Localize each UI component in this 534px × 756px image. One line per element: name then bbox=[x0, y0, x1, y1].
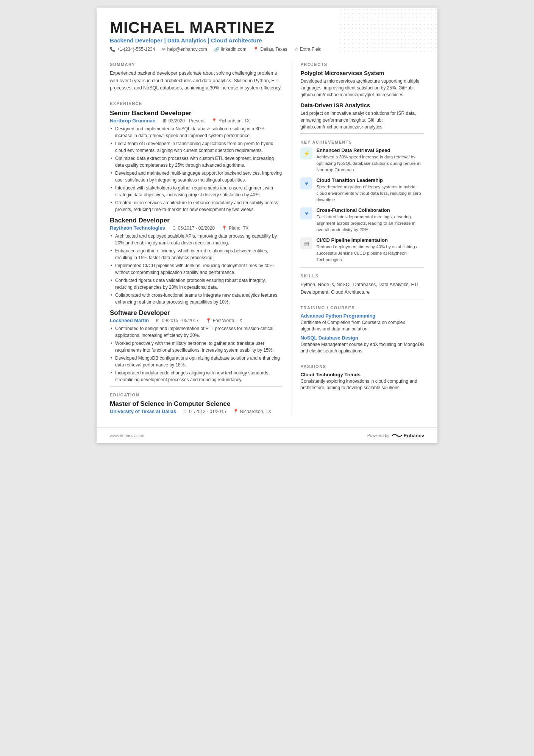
contact-linkedin: 🔗 linkedin.com bbox=[214, 47, 247, 52]
job-2-company: Raytheon Technologies bbox=[110, 225, 165, 231]
edu-1-date: 🗓 01/2013 - 01/2015 bbox=[183, 409, 226, 414]
passions-section-label: PASSIONS bbox=[300, 364, 424, 369]
linkedin-icon: 🔗 bbox=[214, 47, 220, 52]
job-1-company: Northrop Grumman bbox=[110, 118, 156, 124]
achievement-4-icon: ▤ bbox=[300, 237, 312, 249]
achievement-4: ▤ CI/CD Pipeline Implementation Reduced … bbox=[300, 237, 424, 263]
project-1-desc: Developed a microservices architecture s… bbox=[300, 78, 424, 98]
footer-brand-text: Enhancv bbox=[404, 433, 424, 438]
bullet-item: Contributed to design and implementation… bbox=[110, 325, 282, 339]
summary-text: Experienced backend developer passionate… bbox=[110, 70, 282, 92]
footer-brand: Powered by Enhancv bbox=[367, 432, 424, 438]
training-1-desc: Certificate of Completion from Coursera … bbox=[300, 319, 424, 333]
bullet-item: Developed and maintained multi-language … bbox=[110, 170, 282, 183]
pin-icon: 📍 bbox=[211, 118, 217, 124]
job-3-company: Lockheed Martin bbox=[110, 318, 149, 323]
bullet-item: Optimized data extraction processes with… bbox=[110, 155, 282, 169]
job-3-title: Software Developer bbox=[110, 309, 282, 317]
job-3-meta: Lockheed Martin 🗓 09/2015 - 05/2017 📍 Fo… bbox=[110, 318, 282, 323]
projects-section-label: PROJECTS bbox=[300, 62, 424, 67]
calendar-icon: 🗓 bbox=[156, 318, 160, 323]
achievement-3-desc: Facilitated inter-departmental meetings,… bbox=[316, 214, 424, 233]
pin-icon: 📍 bbox=[233, 409, 239, 414]
bullet-item: Created micro-services architecture to e… bbox=[110, 199, 282, 213]
project-2: Data-Driven ISR Analytics Led project on… bbox=[300, 102, 424, 130]
skills-text: Python, Node.js, NoSQL Databases, Data A… bbox=[300, 281, 424, 296]
bullet-item: Interfaced with stakeholders to gather r… bbox=[110, 185, 282, 198]
bullet-item: Led a team of 5 developers in transition… bbox=[110, 140, 282, 154]
edu-1-institution: University of Texas at Dallas bbox=[110, 409, 176, 414]
job-2-location: 📍 Plano, TX bbox=[222, 225, 248, 231]
achievement-4-content: CI/CD Pipeline Implementation Reduced de… bbox=[316, 237, 424, 263]
email-icon: ✉ bbox=[162, 47, 166, 52]
location-icon: 📍 bbox=[253, 47, 259, 52]
achievement-1-icon: ⚡ bbox=[300, 147, 312, 160]
bullet-item: Architected and deployed scalable APIs, … bbox=[110, 233, 282, 246]
right-column: PROJECTS Polyglot Microservices System D… bbox=[292, 62, 424, 416]
achievements-section-label: KEY ACHIEVEMENTS bbox=[300, 140, 424, 144]
project-1: Polyglot Microservices System Developed … bbox=[300, 70, 424, 98]
skills-section-label: SKILLS bbox=[300, 274, 424, 278]
calendar-icon: 🗓 bbox=[172, 225, 176, 231]
job-1-bullets: Designed and implemented a NoSQL databas… bbox=[110, 125, 282, 213]
training-section-label: TRAINING / COURSES bbox=[300, 305, 424, 310]
job-2-bullets: Architected and deployed scalable APIs, … bbox=[110, 233, 282, 305]
training-2-title: NoSQL Database Design bbox=[300, 335, 424, 341]
resume-page: MICHAEL MARTINEZ Backend Developer | Dat… bbox=[97, 8, 437, 443]
main-content: SUMMARY Experienced backend developer pa… bbox=[110, 62, 424, 416]
job-3-location: 📍 Fort Worth, TX bbox=[206, 318, 242, 323]
bullet-item: Incorporated modular code changes aligni… bbox=[110, 369, 282, 383]
job-2: Backend Developer Raytheon Technologies … bbox=[110, 217, 282, 305]
achievement-2-desc: Spearheaded migration of legacy systems … bbox=[316, 184, 424, 203]
achievement-1-content: Enhanced Data Retrieval Speed Achieved a… bbox=[316, 147, 424, 173]
achievement-1-title: Enhanced Data Retrieval Speed bbox=[316, 147, 424, 153]
training-1-title: Advanced Python Programming bbox=[300, 313, 424, 319]
bullet-item: Designed and implemented a NoSQL databas… bbox=[110, 125, 282, 139]
achievement-3-content: Cross-Functional Collaboration Facilitat… bbox=[316, 207, 424, 233]
pin-icon: 📍 bbox=[222, 225, 227, 231]
achievement-2-content: Cloud Transition Leadership Spearheaded … bbox=[316, 177, 424, 203]
passion-1: Cloud Technology Trends Consistently exp… bbox=[300, 372, 424, 391]
passion-1-desc: Consistently exploring innovations in cl… bbox=[300, 378, 424, 391]
summary-section-label: SUMMARY bbox=[110, 62, 282, 67]
training-2-desc: Database Management course by edX focusi… bbox=[300, 341, 424, 355]
job-2-meta: Raytheon Technologies 🗓 06/2017 - 02/202… bbox=[110, 225, 282, 231]
achievement-1-desc: Achieved a 30% speed increase in data re… bbox=[316, 154, 424, 173]
contact-extra: ☆ Extra Field bbox=[294, 47, 322, 52]
achievements-divider bbox=[300, 133, 424, 134]
achievement-3-icon: ♥ bbox=[300, 207, 312, 219]
job-1: Senior Backend Developer Northrop Grumma… bbox=[110, 110, 282, 213]
training-2: NoSQL Database Design Database Managemen… bbox=[300, 335, 424, 355]
contact-phone: 📞 +1-(234)-555-1234 bbox=[110, 47, 155, 52]
star-icon: ☆ bbox=[294, 47, 298, 52]
job-3-date: 🗓 09/2015 - 05/2017 bbox=[156, 318, 198, 323]
experience-section-label: EXPERIENCE bbox=[110, 101, 282, 106]
achievement-4-title: CI/CD Pipeline Implementation bbox=[316, 237, 424, 243]
job-1-title: Senior Backend Developer bbox=[110, 110, 282, 117]
header-section: MICHAEL MARTINEZ Backend Developer | Dat… bbox=[110, 19, 424, 52]
achievement-2: ♥ Cloud Transition Leadership Spearheade… bbox=[300, 177, 424, 203]
job-2-date: 🗓 06/2017 - 02/2020 bbox=[172, 225, 215, 231]
job-3: Software Developer Lockheed Martin 🗓 09/… bbox=[110, 309, 282, 383]
training-1: Advanced Python Programming Certificate … bbox=[300, 313, 424, 333]
footer: www.enhancv.com Powered by Enhancv bbox=[97, 427, 437, 443]
project-2-desc: Led project on innovative analytics solu… bbox=[300, 110, 424, 130]
phone-icon: 📞 bbox=[110, 47, 116, 52]
project-1-title: Polyglot Microservices System bbox=[300, 70, 424, 76]
achievement-4-desc: Reduced deployment times by 40% by estab… bbox=[316, 244, 424, 263]
job-1-meta: Northrop Grumman 🗓 03/2020 - Present 📍 R… bbox=[110, 118, 282, 124]
achievement-2-icon: ♥ bbox=[300, 177, 312, 189]
edu-1: Master of Science in Computer Science Un… bbox=[110, 400, 282, 414]
bullet-item: Collaborated with cross-functional teams… bbox=[110, 292, 282, 305]
project-2-title: Data-Driven ISR Analytics bbox=[300, 102, 424, 108]
achievement-3: ♥ Cross-Functional Collaboration Facilit… bbox=[300, 207, 424, 233]
candidate-name: MICHAEL MARTINEZ bbox=[110, 19, 424, 36]
job-2-title: Backend Developer bbox=[110, 217, 282, 224]
passion-1-title: Cloud Technology Trends bbox=[300, 372, 424, 377]
pin-icon: 📍 bbox=[206, 318, 211, 323]
passions-divider bbox=[300, 358, 424, 358]
education-divider bbox=[110, 386, 282, 387]
bullet-item: Conducted rigorous data validation proto… bbox=[110, 277, 282, 291]
skills-divider bbox=[300, 267, 424, 268]
bullet-item: Worked proactively with the military per… bbox=[110, 340, 282, 354]
